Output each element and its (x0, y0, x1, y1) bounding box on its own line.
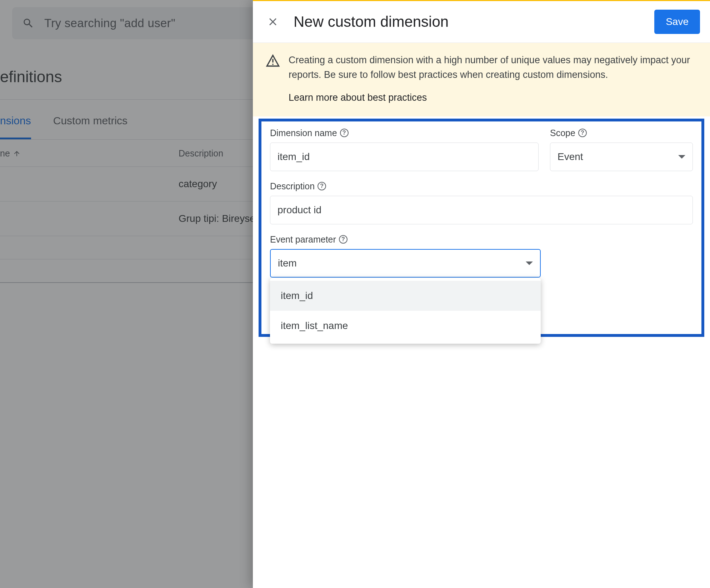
chevron-down-icon (526, 260, 533, 267)
help-icon[interactable]: ? (318, 182, 326, 190)
panel-title: New custom dimension (294, 13, 644, 30)
field-dimension-name: Dimension name ? (270, 128, 539, 171)
form-area: Dimension name ? Scope ? Event Descripti… (259, 119, 704, 337)
close-icon (267, 16, 279, 28)
svg-rect-0 (272, 59, 273, 63)
learn-more-link[interactable]: Learn more about best practices (289, 90, 697, 105)
scope-select[interactable]: Event (550, 143, 693, 171)
side-panel: New custom dimension Save Creating a cus… (253, 0, 710, 588)
help-icon[interactable]: ? (578, 129, 587, 137)
panel-header: New custom dimension Save (253, 1, 710, 43)
chevron-down-icon (678, 153, 685, 160)
event-parameter-input[interactable] (278, 258, 482, 269)
field-description: Description ? (270, 181, 693, 224)
dimension-name-label: Dimension name (270, 128, 337, 138)
description-label: Description (270, 181, 315, 191)
warning-banner: Creating a custom dimension with a high … (253, 43, 710, 116)
scope-value: Event (558, 151, 583, 163)
save-button[interactable]: Save (654, 10, 700, 34)
dropdown-option[interactable]: item_list_name (270, 311, 541, 341)
help-icon[interactable]: ? (339, 235, 348, 244)
dimension-name-input[interactable] (270, 143, 539, 171)
close-button[interactable] (263, 12, 283, 32)
description-input[interactable] (270, 196, 693, 224)
svg-rect-1 (272, 64, 273, 65)
field-event-parameter: Event parameter ? item_id item_list_name (270, 234, 541, 278)
warning-icon (266, 54, 280, 68)
autocomplete-dropdown: item_id item_list_name (270, 278, 541, 344)
dropdown-option[interactable]: item_id (270, 281, 541, 311)
warning-text: Creating a custom dimension with a high … (289, 55, 690, 80)
scope-label: Scope (550, 128, 575, 138)
help-icon[interactable]: ? (340, 129, 349, 137)
event-parameter-combobox[interactable] (270, 249, 541, 278)
event-parameter-label: Event parameter (270, 234, 336, 245)
field-scope: Scope ? Event (550, 128, 693, 171)
